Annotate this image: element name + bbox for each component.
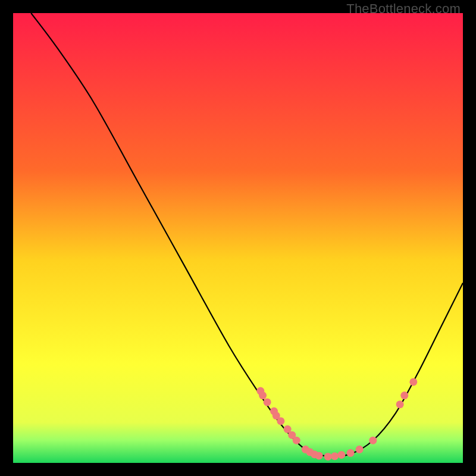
data-marker [264,398,271,406]
data-marker [277,417,284,425]
data-marker [347,449,355,457]
data-marker [400,392,408,399]
data-marker [337,451,345,459]
data-marker [331,452,339,460]
data-marker [356,446,364,453]
svg-rect-0 [13,13,463,463]
data-marker [259,392,267,399]
data-marker [369,437,377,444]
data-marker [315,452,323,459]
data-marker [409,378,417,386]
bottleneck-curve-chart [13,13,463,463]
data-marker [293,437,300,444]
chart-frame [13,13,463,463]
data-marker [324,453,332,461]
data-marker [396,400,404,408]
